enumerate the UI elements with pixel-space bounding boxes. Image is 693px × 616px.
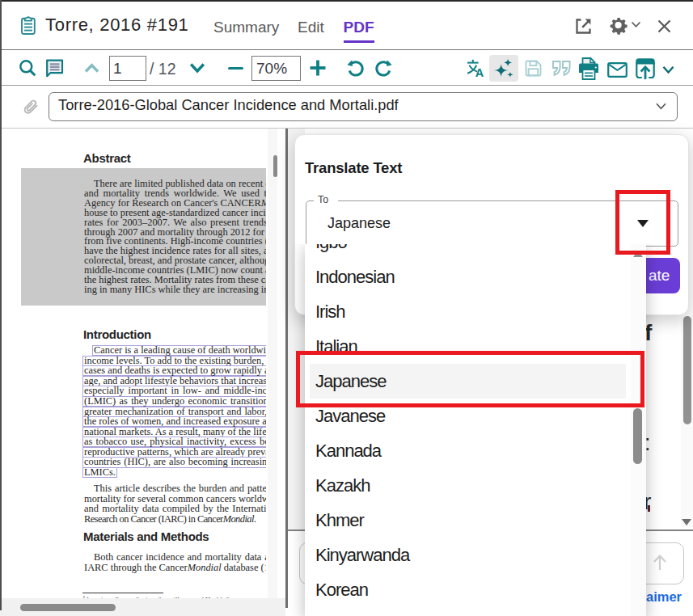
svg-text:A: A [475, 66, 484, 79]
